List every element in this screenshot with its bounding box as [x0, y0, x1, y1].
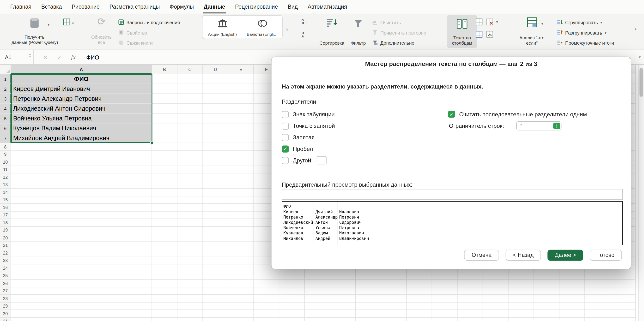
cell-F26[interactable]: [254, 280, 279, 287]
cell-x1231[interactable]: [432, 318, 458, 321]
cell-D8[interactable]: [203, 143, 228, 151]
subtotal-button[interactable]: Σ Промежуточные итоги: [557, 38, 614, 48]
cell-B23[interactable]: [152, 257, 178, 265]
cell-A17[interactable]: [11, 211, 152, 219]
confirm-entry-icon[interactable]: ✓: [57, 53, 62, 61]
select-all-corner[interactable]: [0, 65, 11, 74]
cell-x1828[interactable]: [585, 295, 610, 303]
cell-x625[interactable]: [279, 272, 305, 280]
cell-E9[interactable]: [228, 151, 254, 158]
cell-C9[interactable]: [178, 151, 203, 158]
cell-E4[interactable]: [228, 104, 254, 113]
cell-x929[interactable]: [356, 302, 381, 310]
column-header-E[interactable]: E: [228, 65, 254, 74]
cell-E10[interactable]: [228, 158, 254, 166]
row-header-20[interactable]: 20: [0, 234, 11, 242]
cell-x1631[interactable]: [534, 318, 560, 321]
cell-C8[interactable]: [178, 143, 203, 151]
cell-C31[interactable]: [178, 318, 203, 321]
cell-x827[interactable]: [330, 287, 356, 295]
cell-x1726[interactable]: [560, 280, 585, 287]
cell-x1025[interactable]: [381, 272, 406, 280]
cell-x726[interactable]: [305, 280, 330, 287]
cell-C22[interactable]: [178, 249, 203, 257]
cell-D4[interactable]: [203, 104, 228, 113]
cell-x1426[interactable]: [483, 280, 508, 287]
cell-B8[interactable]: [152, 143, 178, 151]
cell-x1529[interactable]: [508, 302, 534, 310]
cell-C16[interactable]: [178, 204, 203, 211]
cell-B12[interactable]: [152, 173, 178, 181]
cell-x927[interactable]: [356, 287, 381, 295]
formula-bar-collapse-icon[interactable]: ▾: [639, 55, 641, 59]
row-header-31[interactable]: 31: [0, 318, 11, 321]
row-header-3[interactable]: 3: [0, 94, 11, 104]
row-header-14[interactable]: 14: [0, 189, 11, 196]
cell-A27[interactable]: [11, 287, 152, 295]
tab-draw[interactable]: Рисование: [71, 0, 100, 13]
cancel-button[interactable]: Отмена: [464, 250, 499, 261]
cell-x1630[interactable]: [534, 310, 560, 318]
cell-x1927[interactable]: [610, 287, 636, 295]
cell-C13[interactable]: [178, 181, 203, 189]
cell-x1930[interactable]: [610, 310, 636, 318]
cell-A1[interactable]: ФИО: [11, 74, 152, 84]
cell-D31[interactable]: [203, 318, 228, 321]
cell-D2[interactable]: [203, 84, 228, 94]
cell-A29[interactable]: [11, 302, 152, 310]
insert-function-icon[interactable]: fx: [71, 54, 76, 61]
cell-D1[interactable]: [203, 74, 228, 84]
cell-x627[interactable]: [279, 287, 305, 295]
cell-C7[interactable]: [178, 133, 203, 143]
cell-D25[interactable]: [203, 272, 228, 280]
row-header-5[interactable]: 5: [0, 113, 11, 123]
tab-formulas[interactable]: Формулы: [169, 0, 194, 13]
cell-C1[interactable]: [178, 74, 203, 84]
cell-E25[interactable]: [228, 272, 254, 280]
finish-button[interactable]: Готово: [590, 250, 622, 261]
cell-x1230[interactable]: [432, 310, 458, 318]
cell-B10[interactable]: [152, 158, 178, 166]
cell-C29[interactable]: [178, 302, 203, 310]
cell-E23[interactable]: [228, 257, 254, 265]
cell-A9[interactable]: [11, 151, 152, 158]
other-delimiter-input[interactable]: [317, 156, 326, 164]
cell-C18[interactable]: [178, 219, 203, 227]
cell-D30[interactable]: [203, 310, 228, 318]
cell-x1331[interactable]: [458, 318, 483, 321]
cell-x1131[interactable]: [406, 318, 432, 321]
row-header-28[interactable]: 28: [0, 295, 11, 303]
name-box-stepper-icon[interactable]: ▲▼: [29, 53, 31, 58]
cell-C15[interactable]: [178, 196, 203, 204]
cell-B1[interactable]: [152, 74, 178, 84]
cell-B21[interactable]: [152, 242, 178, 249]
cell-x930[interactable]: [356, 310, 381, 318]
cell-x925[interactable]: [356, 272, 381, 280]
cell-D26[interactable]: [203, 280, 228, 287]
cell-C3[interactable]: [178, 94, 203, 104]
cell-B20[interactable]: [152, 234, 178, 242]
cell-x631[interactable]: [279, 318, 305, 321]
cell-C26[interactable]: [178, 280, 203, 287]
cell-C6[interactable]: [178, 123, 203, 133]
row-header-11[interactable]: 11: [0, 166, 11, 173]
data-validation-icon[interactable]: [476, 31, 483, 38]
column-header-C[interactable]: C: [178, 65, 203, 74]
cell-A12[interactable]: [11, 173, 152, 181]
cell-x1730[interactable]: [560, 310, 585, 318]
row-header-13[interactable]: 13: [0, 181, 11, 189]
row-header-18[interactable]: 18: [0, 219, 11, 227]
row-header-8[interactable]: 8: [0, 143, 11, 151]
cell-x931[interactable]: [356, 318, 381, 321]
cell-x1928[interactable]: [610, 295, 636, 303]
cell-F30[interactable]: [254, 310, 279, 318]
cell-E11[interactable]: [228, 166, 254, 173]
row-header-16[interactable]: 16: [0, 204, 11, 211]
vertical-scrollbar[interactable]: [638, 65, 644, 321]
cell-x830[interactable]: [330, 310, 356, 318]
cell-A5[interactable]: Войченко Ульяна Петровна: [11, 113, 152, 123]
cell-x1127[interactable]: [406, 287, 432, 295]
cell-E29[interactable]: [228, 302, 254, 310]
consecutive-checkbox[interactable]: ✓: [448, 111, 455, 118]
tab-page-layout[interactable]: Разметка страницы: [109, 0, 161, 13]
